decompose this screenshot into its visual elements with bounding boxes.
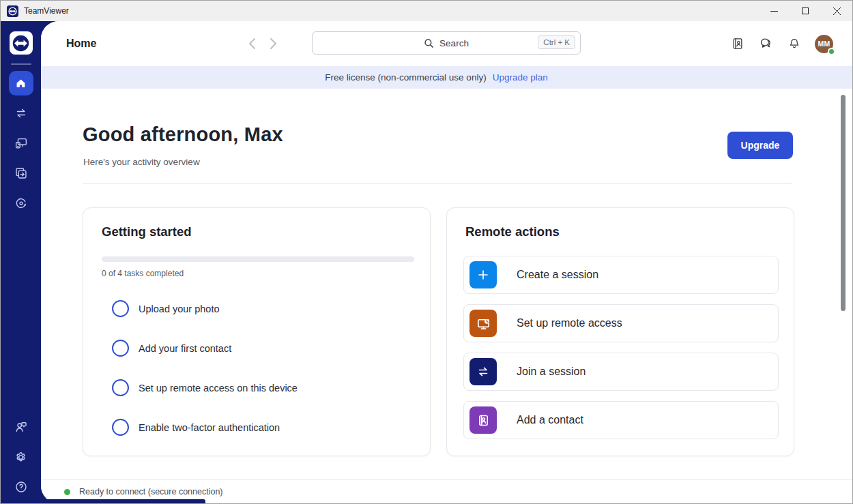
setup-remote-access-button[interactable]: Set up remote access: [463, 304, 779, 342]
bell-icon[interactable]: [787, 36, 801, 51]
forward-chevron-icon[interactable]: [268, 36, 278, 51]
sidebar-item-remote-support[interactable]: [9, 161, 33, 186]
create-session-button[interactable]: Create a session: [463, 256, 779, 294]
task-add-contact[interactable]: Add your first contact: [112, 340, 231, 357]
sidebar-item-settings[interactable]: [9, 445, 33, 469]
avatar[interactable]: MM: [815, 35, 833, 53]
main-content: Home Search Ctrl + K: [41, 21, 852, 503]
greeting-subtitle: Here's your activity overview: [83, 157, 200, 167]
add-contact-button[interactable]: Add a contact: [463, 401, 779, 439]
close-button[interactable]: [821, 1, 852, 21]
back-chevron-icon[interactable]: [248, 36, 257, 51]
getting-started-title: Getting started: [102, 224, 192, 239]
content-header: Home Search Ctrl + K: [41, 21, 852, 66]
teamviewer-sidebar-logo-icon: [10, 31, 33, 55]
sidebar: [1, 21, 41, 503]
scrollbar-thumb[interactable]: [841, 95, 845, 311]
sidebar-item-community[interactable]: [9, 415, 33, 439]
online-status-dot: [828, 48, 835, 55]
teamviewer-logo-icon: [7, 5, 18, 17]
join-session-button[interactable]: Join a session: [463, 353, 779, 391]
search-icon: [424, 38, 434, 48]
search-placeholder: Search: [439, 38, 469, 48]
person-chat-icon: [14, 419, 29, 434]
maximize-button[interactable]: [790, 1, 821, 21]
titlebar: TeamViewer: [1, 1, 852, 21]
section-divider: [83, 183, 792, 184]
task-radio[interactable]: [112, 379, 129, 396]
session-window-icon: [14, 166, 29, 181]
upgrade-plan-link[interactable]: Upgrade plan: [493, 72, 548, 83]
remote-desktop-icon: [469, 310, 497, 337]
exchange-arrows-icon: [469, 358, 497, 385]
license-banner: Free license (non-commercial use only) U…: [41, 66, 852, 89]
greeting-heading: Good afternoon, Max: [83, 123, 283, 146]
session-monitoring-icon: [14, 196, 29, 211]
help-icon: [14, 479, 29, 494]
chat-icon[interactable]: [758, 36, 774, 51]
task-radio[interactable]: [112, 300, 129, 317]
getting-started-card: Getting started 0 of 4 tasks completed U…: [83, 207, 431, 456]
remote-actions-card: Remote actions Create a session Set up r…: [446, 207, 794, 456]
task-radio[interactable]: [112, 419, 129, 436]
progress-bar: [102, 256, 414, 262]
upgrade-button[interactable]: Upgrade: [727, 132, 793, 159]
app-surface: Home Search Ctrl + K: [1, 21, 852, 503]
sidebar-item-help[interactable]: [9, 475, 33, 499]
task-two-factor[interactable]: Enable two-factor authentication: [112, 419, 280, 436]
gear-icon: [14, 450, 28, 464]
license-text: Free license (non-commercial use only): [325, 72, 486, 83]
task-upload-photo[interactable]: Upload your photo: [112, 300, 220, 317]
avatar-initials: MM: [818, 40, 830, 48]
sidebar-divider: [11, 63, 31, 65]
window-controls: [758, 1, 852, 21]
contact-book-icon: [469, 406, 497, 434]
minimize-button[interactable]: [758, 1, 790, 21]
connection-status-dot: [64, 489, 70, 495]
address-book-icon[interactable]: [731, 36, 744, 51]
remote-actions-title: Remote actions: [465, 224, 560, 239]
task-radio[interactable]: [112, 340, 129, 357]
sidebar-item-sessions[interactable]: [9, 101, 33, 125]
search-shortcut-badge: Ctrl + K: [538, 35, 575, 49]
progress-caption: 0 of 4 tasks completed: [102, 269, 184, 278]
header-icons: MM: [731, 21, 833, 66]
exchange-arrows-icon: [14, 106, 29, 121]
page-title: Home: [66, 38, 96, 50]
connection-status-text: Ready to connect (secure connection): [79, 487, 223, 496]
sidebar-item-devices[interactable]: [9, 131, 33, 155]
search-input[interactable]: Search Ctrl + K: [312, 31, 581, 55]
teamviewer-window: TeamViewer Home: [0, 0, 853, 504]
sidebar-item-monitoring[interactable]: [9, 191, 33, 216]
history-nav: [248, 36, 278, 51]
sidebar-item-home[interactable]: [9, 71, 33, 95]
home-icon: [14, 77, 27, 90]
window-title: TeamViewer: [24, 6, 69, 16]
devices-icon: [14, 136, 29, 151]
task-remote-access[interactable]: Set up remote access on this device: [112, 379, 298, 396]
plus-icon: [469, 261, 497, 288]
